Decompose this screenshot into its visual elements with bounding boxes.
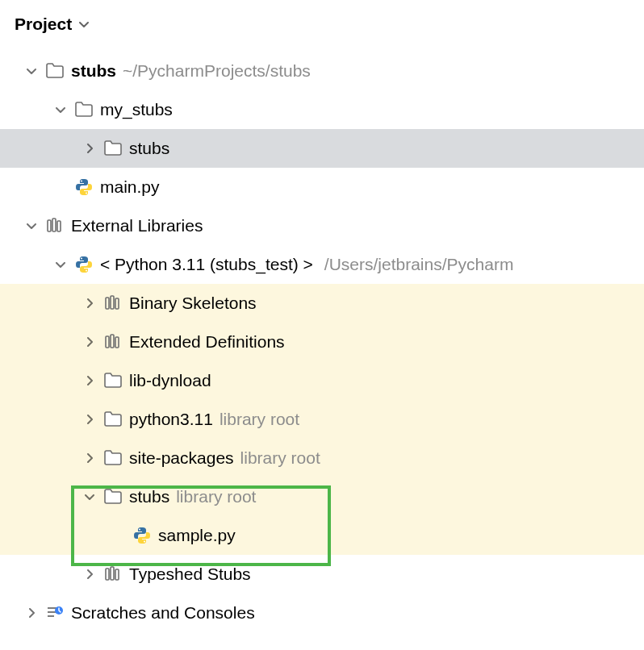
tree-item-scratches[interactable]: Scratches and Consoles	[0, 594, 644, 632]
chevron-down-icon[interactable]	[24, 64, 39, 78]
scratches-icon	[45, 603, 65, 623]
tree-label: sample.py	[158, 526, 236, 545]
python-icon	[74, 177, 94, 197]
tree-item-root[interactable]: stubs ~/PycharmProjects/stubs	[0, 52, 644, 90]
tree-label: stubs	[71, 61, 116, 81]
chevron-down-icon[interactable]	[53, 257, 68, 272]
chevron-right-icon[interactable]	[82, 141, 97, 156]
books-icon	[103, 565, 123, 584]
tree-path: ~/PycharmProjects/stubs	[123, 61, 311, 81]
folder-icon	[74, 100, 94, 119]
folder-icon	[45, 61, 65, 81]
chevron-right-icon[interactable]	[82, 335, 97, 349]
folder-icon	[103, 371, 123, 390]
chevron-down-icon[interactable]	[78, 15, 90, 34]
python-icon	[132, 526, 152, 545]
tree-item-python-interpreter[interactable]: < Python 3.11 (stubs_test) > /Users/jetb…	[0, 245, 644, 284]
folder-icon	[103, 139, 123, 158]
tree-label: Scratches and Consoles	[71, 603, 255, 623]
tree-path: /Users/jetbrains/Pycharm	[324, 255, 514, 274]
tree-item-my-stubs[interactable]: my_stubs	[0, 90, 644, 129]
project-tree: stubs ~/PycharmProjects/stubs my_stubs s…	[0, 52, 644, 632]
tree-tag: library root	[240, 448, 320, 468]
tree-label: python3.11	[129, 410, 213, 429]
tree-item-python311[interactable]: python3.11 library root	[0, 400, 644, 439]
tree-item-stubs-lib[interactable]: stubs library root	[0, 477, 644, 516]
chevron-right-icon[interactable]	[82, 412, 97, 427]
tree-label: main.py	[100, 177, 160, 197]
tree-label: Typeshed Stubs	[129, 565, 251, 584]
tree-label: lib-dynload	[129, 371, 211, 390]
tree-item-typeshed-stubs[interactable]: Typeshed Stubs	[0, 555, 644, 594]
chevron-right-icon[interactable]	[82, 567, 97, 581]
folder-icon	[103, 410, 123, 429]
chevron-right-icon[interactable]	[82, 296, 97, 310]
tree-item-sample-py[interactable]: sample.py	[0, 516, 644, 555]
tree-label: stubs	[129, 139, 169, 158]
tree-item-binary-skeletons[interactable]: Binary Skeletons	[0, 284, 644, 323]
tree-label: External Libraries	[71, 216, 203, 235]
tree-label: Extended Definitions	[129, 332, 285, 352]
header: Project	[0, 0, 644, 52]
tree-item-site-packages[interactable]: site-packages library root	[0, 439, 644, 477]
chevron-down-icon[interactable]	[53, 102, 68, 117]
tree-label: stubs	[129, 487, 169, 506]
chevron-right-icon[interactable]	[24, 606, 39, 620]
tree-label: < Python 3.11 (stubs_test) >	[100, 255, 313, 274]
tree-item-stubs[interactable]: stubs	[0, 129, 644, 168]
chevron-right-icon[interactable]	[82, 451, 97, 465]
tree-label: my_stubs	[100, 100, 173, 119]
books-icon	[45, 216, 65, 235]
folder-icon	[103, 448, 123, 468]
books-icon	[103, 332, 123, 352]
tree-label: Binary Skeletons	[129, 294, 257, 313]
folder-icon	[103, 487, 123, 506]
tree-label: site-packages	[129, 448, 234, 468]
books-icon	[103, 294, 123, 313]
tree-item-extended-definitions[interactable]: Extended Definitions	[0, 323, 644, 361]
tree-tag: library root	[220, 410, 299, 429]
tree-tag: library root	[176, 487, 256, 506]
tree-item-lib-dynload[interactable]: lib-dynload	[0, 361, 644, 400]
python-icon	[74, 255, 94, 274]
chevron-right-icon[interactable]	[82, 373, 97, 388]
chevron-down-icon[interactable]	[82, 490, 97, 504]
tree-item-external-libraries[interactable]: External Libraries	[0, 206, 644, 245]
chevron-down-icon[interactable]	[24, 219, 39, 233]
tree-item-main-py[interactable]: main.py	[0, 168, 644, 206]
header-title[interactable]: Project	[15, 15, 72, 34]
